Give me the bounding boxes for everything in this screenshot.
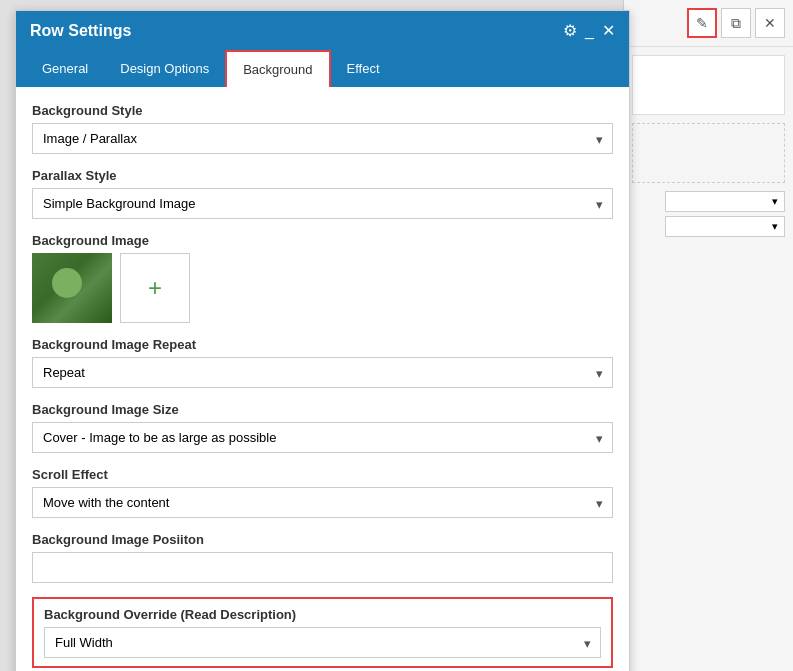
- copy-icon: ⧉: [731, 15, 741, 32]
- minimize-icon[interactable]: _: [585, 22, 594, 40]
- parallax-style-select-wrapper: Simple Background Image: [32, 188, 613, 219]
- copy-button[interactable]: ⧉: [721, 8, 751, 38]
- bg-override-select-wrapper: Full Width: [44, 627, 601, 658]
- right-panel: ✎ ⧉ ✕ ▾ ▾: [623, 0, 793, 671]
- right-panel-preview-box: [632, 55, 785, 115]
- bg-image-repeat-select-wrapper: Repeat: [32, 357, 613, 388]
- bg-image-repeat-group: Background Image Repeat Repeat: [32, 337, 613, 388]
- dialog-title: Row Settings: [30, 22, 131, 40]
- right-panel-row-1: ▾: [632, 191, 785, 212]
- dialog-header: Row Settings ⚙ _ ✕: [16, 11, 629, 50]
- add-image-button[interactable]: +: [120, 253, 190, 323]
- tab-general[interactable]: General: [26, 50, 104, 87]
- parallax-style-label: Parallax Style: [32, 168, 613, 183]
- image-row: +: [32, 253, 613, 323]
- background-image-group: Background Image +: [32, 233, 613, 323]
- bg-image-size-group: Background Image Size Cover - Image to b…: [32, 402, 613, 453]
- bg-image-repeat-label: Background Image Repeat: [32, 337, 613, 352]
- background-style-label: Background Style: [32, 103, 613, 118]
- chevron-down-icon: ▾: [772, 195, 778, 208]
- right-panel-content: ▾ ▾: [624, 47, 793, 249]
- bg-image-position-label: Background Image Posiiton: [32, 532, 613, 547]
- right-panel-row-2: ▾: [632, 216, 785, 237]
- scroll-effect-select[interactable]: Move with the content: [32, 487, 613, 518]
- background-style-group: Background Style Image / Parallax: [32, 103, 613, 154]
- chevron-down-icon-2: ▾: [772, 220, 778, 233]
- bg-image-repeat-select[interactable]: Repeat: [32, 357, 613, 388]
- tab-effect[interactable]: Effect: [331, 50, 396, 87]
- dialog-body: Background Style Image / Parallax Parall…: [16, 87, 629, 671]
- panel-close-icon: ✕: [764, 15, 776, 31]
- background-image-label: Background Image: [32, 233, 613, 248]
- right-panel-dashed-box: [632, 123, 785, 183]
- dialog-header-icons: ⚙ _ ✕: [563, 21, 615, 40]
- scroll-effect-group: Scroll Effect Move with the content: [32, 467, 613, 518]
- right-panel-dropdown-1[interactable]: ▾: [665, 191, 785, 212]
- bg-override-group: Background Override (Read Description) F…: [32, 597, 613, 668]
- bg-override-label: Background Override (Read Description): [44, 607, 601, 622]
- background-style-select[interactable]: Image / Parallax: [32, 123, 613, 154]
- parallax-style-select[interactable]: Simple Background Image: [32, 188, 613, 219]
- bg-image-size-select[interactable]: Cover - Image to be as large as possible: [32, 422, 613, 453]
- right-panel-dropdown-2[interactable]: ▾: [665, 216, 785, 237]
- panel-close-button[interactable]: ✕: [755, 8, 785, 38]
- tab-background[interactable]: Background: [225, 50, 330, 87]
- image-thumbnail[interactable]: [32, 253, 112, 323]
- parallax-style-group: Parallax Style Simple Background Image: [32, 168, 613, 219]
- bg-image-size-label: Background Image Size: [32, 402, 613, 417]
- image-thumb-inner: [32, 253, 112, 323]
- dialog-tabs: General Design Options Background Effect: [16, 50, 629, 87]
- settings-icon[interactable]: ⚙: [563, 21, 577, 40]
- tab-design-options[interactable]: Design Options: [104, 50, 225, 87]
- scroll-effect-select-wrapper: Move with the content: [32, 487, 613, 518]
- edit-icon: ✎: [696, 15, 708, 31]
- background-style-select-wrapper: Image / Parallax: [32, 123, 613, 154]
- bg-override-select[interactable]: Full Width: [44, 627, 601, 658]
- dialog-close-icon[interactable]: ✕: [602, 21, 615, 40]
- scroll-effect-label: Scroll Effect: [32, 467, 613, 482]
- right-panel-toolbar: ✎ ⧉ ✕: [624, 0, 793, 47]
- row-settings-dialog: Row Settings ⚙ _ ✕ General Design Option…: [15, 10, 630, 671]
- bg-image-position-group: Background Image Posiiton: [32, 532, 613, 583]
- bg-image-size-select-wrapper: Cover - Image to be as large as possible: [32, 422, 613, 453]
- edit-button[interactable]: ✎: [687, 8, 717, 38]
- bg-image-position-input[interactable]: [32, 552, 613, 583]
